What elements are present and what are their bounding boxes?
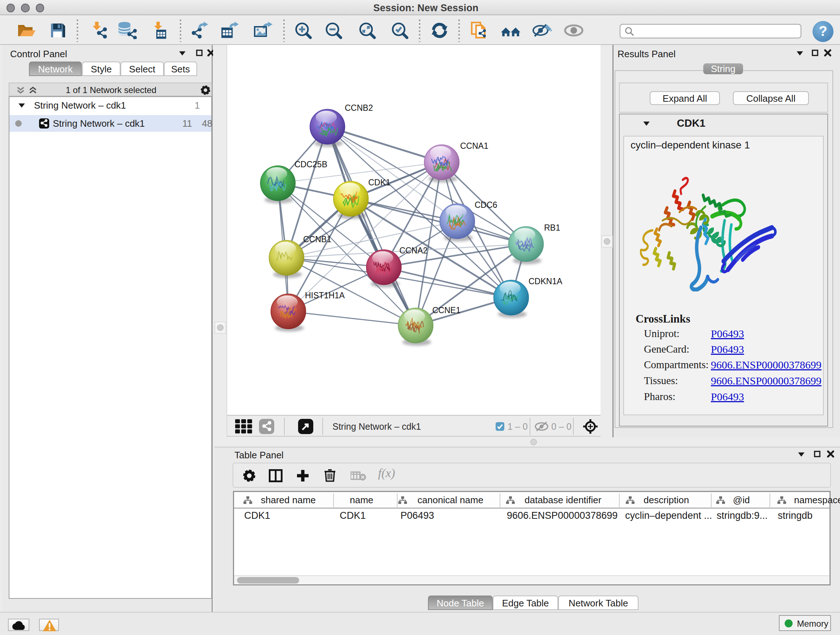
- svg-text:CDC6: CDC6: [475, 200, 497, 210]
- svg-text:CCNB1: CCNB1: [303, 234, 332, 244]
- svg-text:RB1: RB1: [544, 223, 561, 233]
- svg-text:CDC25B: CDC25B: [294, 160, 327, 169]
- svg-text:CCNA1: CCNA1: [460, 141, 488, 150]
- svg-text:CCNA2: CCNA2: [399, 246, 428, 255]
- svg-text:CCNB2: CCNB2: [345, 103, 373, 112]
- svg-text:CDK1: CDK1: [368, 178, 390, 187]
- svg-text:CDKN1A: CDKN1A: [529, 277, 562, 286]
- svg-text:CCNE1: CCNE1: [432, 306, 461, 315]
- svg-text:HIST1H1A: HIST1H1A: [305, 291, 345, 300]
